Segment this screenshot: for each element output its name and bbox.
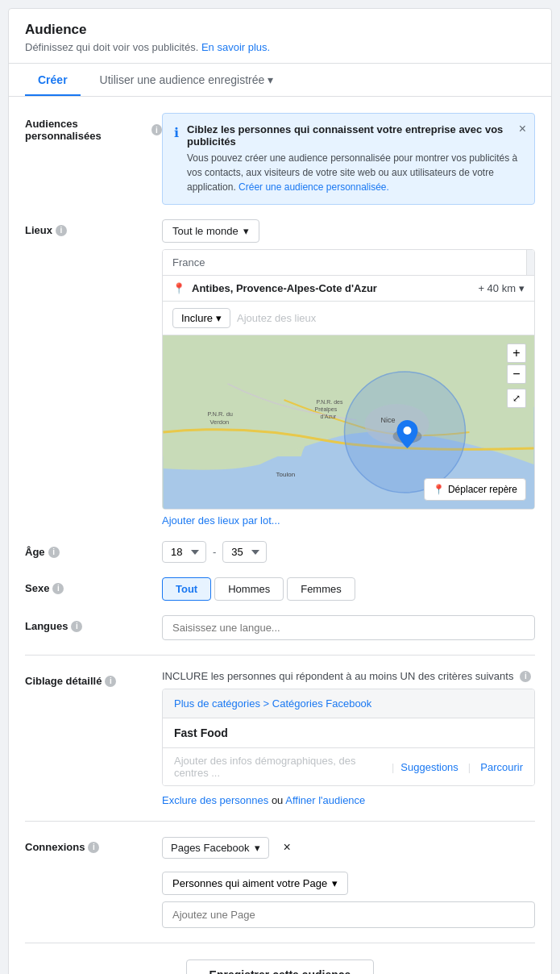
remove-tag-button[interactable]: × (276, 836, 299, 859)
pin-icon: 📍 (433, 484, 445, 495)
sexe-control: Tout Hommes Femmes (162, 577, 535, 601)
ciblage-value: Fast Food (174, 726, 523, 739)
map-include-row: Inclure ▾ Ajoutez des lieux (163, 302, 534, 335)
svg-text:P.N.R. des: P.N.R. des (317, 399, 343, 405)
alert-title: Ciblez les personnes qui connaissent vot… (187, 123, 523, 148)
svg-text:d'Azur: d'Azur (321, 414, 337, 419)
zoom-out-button[interactable]: − (507, 364, 526, 384)
lieux-label: Lieux i (25, 219, 162, 236)
ciblage-label: Ciblage détaillé i (25, 670, 162, 687)
include-dropdown[interactable]: Inclure ▾ (172, 308, 230, 328)
ciblage-criteria-info[interactable]: i (520, 671, 531, 682)
gender-hommes-button[interactable]: Hommes (214, 577, 284, 601)
lieux-info-icon[interactable]: i (56, 225, 67, 236)
sexe-info-icon[interactable]: i (52, 583, 64, 594)
audience-panel: Audience Définissez qui doit voir vos pu… (8, 8, 552, 974)
ciblage-row: Ciblage détaillé i INCLURE les personnes… (25, 670, 535, 806)
alert-text: Vous pouvez créer une audience personnal… (187, 151, 523, 194)
tab-creer[interactable]: Créer (25, 64, 81, 96)
pages-facebook-label: Pages Facebook (171, 842, 250, 854)
audiences-label: Audiences personnalisées i (25, 113, 162, 142)
page-subtitle: Définissez qui doit voir vos publicités.… (25, 41, 535, 53)
langues-label: Langues i (25, 615, 162, 632)
ciblage-header: Plus de catégories > Catégories Facebook (163, 689, 534, 718)
svg-text:Préalpes: Préalpes (315, 406, 338, 413)
audiences-control: ℹ Ciblez les personnes qui connaissent v… (162, 113, 535, 205)
lieux-row: Lieux i Tout le monde ▾ France 📍 (25, 219, 535, 527)
suggestions-button[interactable]: Suggestions (400, 761, 458, 773)
divider-2 (25, 821, 535, 822)
connexions-tags: Pages Facebook ▾ × (162, 836, 535, 859)
svg-text:Nice: Nice (381, 416, 396, 424)
chevron-down-icon: ▾ (255, 842, 260, 854)
location-radius: + 40 km ▾ (478, 282, 525, 294)
age-dash: - (213, 546, 216, 558)
exclure-link[interactable]: Exclure des personnes (162, 794, 268, 806)
page-title: Audience (25, 22, 535, 38)
chevron-down-icon: ▾ (243, 225, 249, 237)
gender-tout-button[interactable]: Tout (162, 577, 211, 601)
langues-row: Langues i (25, 615, 535, 640)
langues-control (162, 615, 535, 640)
affiner-link[interactable]: Affiner l'audience (285, 794, 365, 806)
audiences-personnalisees-row: Audiences personnalisées i ℹ Ciblez les … (25, 113, 535, 205)
learn-more-link[interactable]: En savoir plus. (201, 41, 270, 53)
connexions-control: Pages Facebook ▾ × Personnes qui aiment … (162, 836, 535, 928)
parcourir-button[interactable]: Parcourir (480, 761, 523, 773)
age-info-icon[interactable]: i (48, 547, 60, 558)
pages-dropdown[interactable]: Personnes qui aiment votre Page ▾ (162, 872, 348, 895)
create-audience-link[interactable]: Créer une audience personnalisée. (239, 181, 389, 193)
map-image: Nice Toulon P.N.R. du Verdon P.N.R. des … (163, 335, 534, 509)
chevron-down-icon: ▾ (216, 312, 222, 324)
sexe-label: Sexe i (25, 577, 162, 594)
pages-facebook-tag[interactable]: Pages Facebook ▾ (162, 837, 269, 859)
age-row: Âge i 18 21 25 - 35 45 55 (25, 541, 535, 563)
add-page-input[interactable] (162, 901, 535, 928)
alert-box: ℹ Ciblez les personnes qui connaissent v… (162, 113, 535, 205)
age-label: Âge i (25, 541, 162, 558)
ciblage-actions: Suggestions | Parcourir (400, 761, 523, 773)
chevron-down-icon: ▾ (332, 877, 338, 889)
ciblage-box: Plus de catégories > Catégories Facebook… (162, 689, 535, 786)
form-content: Audiences personnalisées i ℹ Ciblez les … (9, 97, 551, 974)
ciblage-info-icon[interactable]: i (105, 676, 116, 687)
exclure-row: Exclure des personnes ou Affiner l'audie… (162, 794, 535, 806)
add-lot-link[interactable]: Ajouter des lieux par lot... (162, 514, 280, 527)
chevron-down-icon: ▾ (519, 282, 525, 294)
pages-dropdown-wrapper: Personnes qui aiment votre Page ▾ (162, 865, 535, 895)
categories-link[interactable]: Plus de catégories > Catégories Facebook (174, 697, 371, 710)
close-alert-button[interactable]: × (519, 122, 526, 136)
ciblage-placeholder[interactable]: Ajouter des infos démographiques, des ce… (174, 755, 385, 779)
divider-3 (25, 943, 535, 943)
connexions-label: Connexions i (25, 836, 162, 853)
connexions-row: Connexions i Pages Facebook ▾ × Personne… (25, 836, 535, 928)
add-places-placeholder[interactable]: Ajoutez des lieux (237, 312, 316, 324)
sexe-row: Sexe i Tout Hommes Femmes (25, 577, 535, 601)
langues-input[interactable] (162, 615, 535, 640)
chevron-down-icon: ▾ (268, 73, 273, 86)
lieux-control: Tout le monde ▾ France 📍 Antibes, Proven… (162, 219, 535, 527)
section-header: Audience Définissez qui doit voir vos pu… (9, 9, 551, 64)
lieux-dropdown[interactable]: Tout le monde ▾ (162, 219, 259, 243)
gender-femmes-button[interactable]: Femmes (287, 577, 355, 601)
save-audience-button[interactable]: Enregistrer cette audience (186, 959, 375, 974)
map-location-row: 📍 Antibes, Provence-Alpes-Cote d'Azur + … (163, 276, 534, 302)
langues-info-icon[interactable]: i (71, 621, 82, 632)
connexions-info-icon[interactable]: i (88, 842, 99, 853)
tab-utiliser[interactable]: Utiliser une audience enregistrée ▾ (87, 64, 287, 96)
map-country: France (163, 250, 534, 276)
info-circle-icon: ℹ (174, 125, 179, 194)
ciblage-control: INCLURE les personnes qui répondent à au… (162, 670, 535, 806)
tabs-bar: Créer Utiliser une audience enregistrée … (9, 64, 551, 97)
pipe-2: | (468, 761, 471, 773)
gender-buttons: Tout Hommes Femmes (162, 577, 535, 601)
age-max-select[interactable]: 35 45 55 (222, 541, 267, 563)
ciblage-description: INCLURE les personnes qui répondent à au… (162, 670, 535, 682)
svg-text:Verdon: Verdon (210, 418, 230, 426)
divider-1 (25, 655, 535, 656)
expand-map-button[interactable]: ⤢ (507, 389, 526, 408)
deplacer-repere-button[interactable]: 📍 Déplacer repère (424, 478, 526, 501)
age-min-select[interactable]: 18 21 25 (162, 541, 206, 563)
zoom-in-button[interactable]: + (507, 343, 526, 363)
audiences-info-icon[interactable]: i (151, 124, 162, 135)
